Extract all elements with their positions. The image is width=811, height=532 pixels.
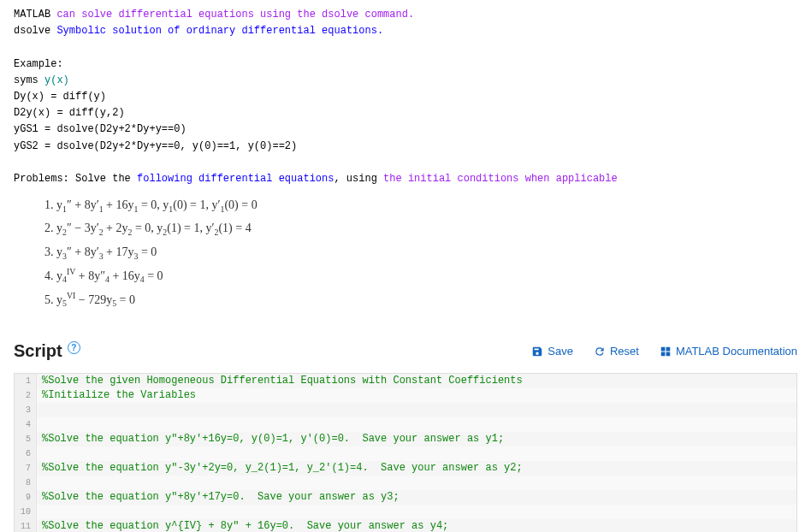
script-title: Script: [14, 341, 62, 361]
code-text[interactable]: [37, 446, 42, 461]
code-line[interactable]: 11%Solve the equation y^{IV} + 8y" + 16y…: [15, 519, 796, 532]
line-number: 3: [15, 403, 37, 417]
line-number: 7: [15, 461, 37, 476]
problem-item: 2. y2″ − 3y′2 + 2y2 = 0, y2(1) = 1, y′2(…: [44, 217, 811, 240]
intro-line: dsolve Symbolic solution of ordinary dif…: [14, 23, 797, 39]
code-line[interactable]: 9%Solve the equation y"+8y'+17y=0. Save …: [15, 490, 796, 505]
intro-line: Dy(x) = diff(y): [14, 89, 797, 105]
code-text[interactable]: %Initialize the Variables: [37, 388, 196, 403]
intro-line: MATLAB can solve differential equations …: [14, 7, 797, 23]
intro-line: [14, 155, 797, 171]
problem-item: 3. y3″ + 8y′3 + 17y3 = 0: [44, 241, 811, 264]
matlab-doc-label: MATLAB Documentation: [676, 345, 797, 358]
code-text[interactable]: %Solve the equation y"+8y'+17y=0. Save y…: [37, 490, 400, 505]
problems-list: 1. y1″ + 8y′1 + 16y1 = 0, y1(0) = 1, y′1…: [0, 191, 811, 321]
line-number: 5: [15, 432, 37, 446]
code-text[interactable]: [37, 403, 42, 417]
script-actions: Save Reset MATLAB Documentation: [531, 345, 797, 358]
save-icon: [531, 346, 543, 358]
code-line[interactable]: 4: [15, 417, 796, 432]
line-number: 6: [15, 446, 37, 461]
code-line[interactable]: 7%Solve the equation y"-3y'+2y=0, y_2(1)…: [15, 461, 796, 476]
intro-line: syms y(x): [14, 73, 797, 89]
code-line[interactable]: 6: [15, 446, 796, 461]
line-number: 1: [15, 374, 37, 388]
code-line[interactable]: 5%Solve the equation y"+8y'+16y=0, y(0)=…: [15, 432, 796, 446]
save-label: Save: [548, 345, 573, 358]
code-line[interactable]: 1%Solve the given Homogeneous Differenti…: [15, 374, 796, 388]
problem-item: 1. y1″ + 8y′1 + 16y1 = 0, y1(0) = 1, y′1…: [44, 194, 811, 217]
code-text[interactable]: %Solve the equation y"-3y'+2y=0, y_2(1)=…: [37, 461, 523, 476]
code-text[interactable]: [37, 476, 42, 490]
code-text[interactable]: %Solve the equation y^{IV} + 8y" + 16y=0…: [37, 519, 448, 532]
line-number: 10: [15, 505, 37, 519]
line-number: 4: [15, 417, 37, 432]
line-number: 2: [15, 388, 37, 403]
reset-label: Reset: [610, 345, 639, 358]
line-number: 8: [15, 476, 37, 490]
code-editor[interactable]: 1%Solve the given Homogeneous Differenti…: [14, 373, 797, 532]
code-text[interactable]: %Solve the equation y"+8y'+16y=0, y(0)=1…: [37, 432, 504, 446]
matlab-doc-button[interactable]: MATLAB Documentation: [660, 345, 797, 358]
script-toolbar: Script ? Save Reset MATLAB Documentation: [0, 321, 811, 373]
problem-item: 4. y4IV + 8y″4 + 16y4 = 0: [44, 264, 811, 288]
code-line[interactable]: 2%Initialize the Variables: [15, 388, 796, 403]
code-line[interactable]: 8: [15, 476, 796, 490]
intro-line: Problems: Solve the following differenti…: [14, 171, 797, 187]
help-icon[interactable]: ?: [68, 341, 80, 354]
line-number: 11: [15, 519, 37, 532]
code-line[interactable]: 3: [15, 403, 796, 417]
reset-icon: [594, 346, 606, 358]
intro-line: yGS1 = dsolve(D2y+2*Dy+y==0): [14, 121, 797, 138]
grid-icon: [660, 346, 672, 358]
code-text[interactable]: [37, 417, 42, 432]
save-button[interactable]: Save: [531, 345, 573, 358]
code-text[interactable]: %Solve the given Homogeneous Differentia…: [37, 374, 523, 388]
problem-item: 5. y5VI − 729y5 = 0: [44, 288, 811, 312]
reset-button[interactable]: Reset: [594, 345, 639, 358]
line-number: 9: [15, 490, 37, 505]
code-line[interactable]: 10: [15, 505, 796, 519]
intro-line: Example:: [14, 56, 797, 73]
code-text[interactable]: [37, 505, 42, 519]
intro-line: yGS2 = dsolve(D2y+2*Dy+y==0, y(0)==1, y(…: [14, 139, 797, 155]
problem-description: MATLAB can solve differential equations …: [0, 0, 811, 191]
intro-line: D2y(x) = diff(y,2): [14, 105, 797, 121]
intro-line: [14, 39, 797, 56]
